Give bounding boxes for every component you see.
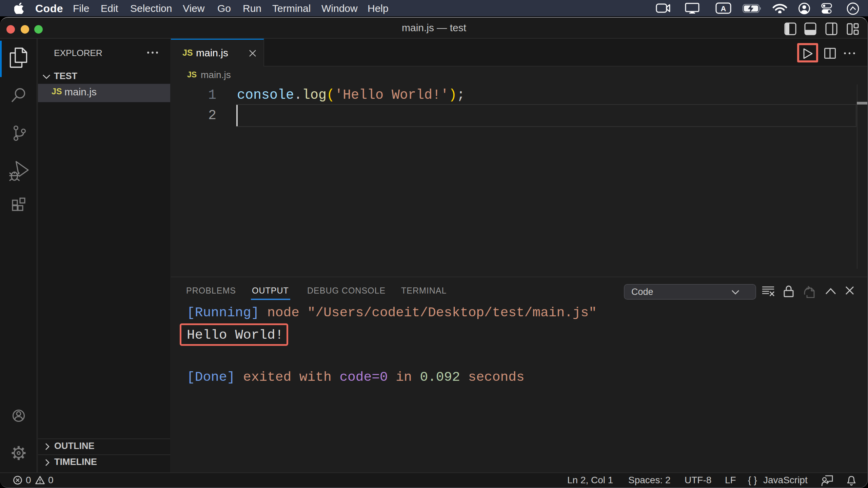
svg-text:A: A (721, 4, 726, 13)
